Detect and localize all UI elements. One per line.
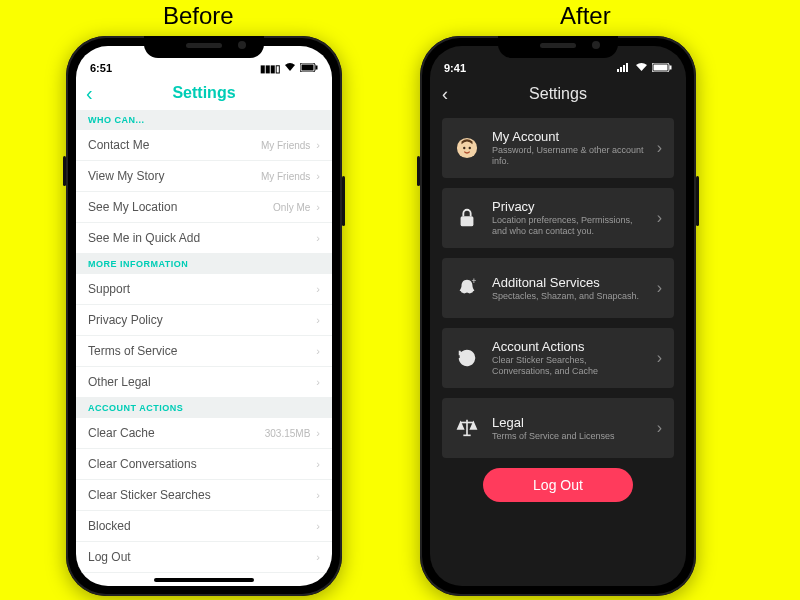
row-see-my-location[interactable]: See My Location Only Me ›: [76, 192, 332, 223]
section-header-who-can: WHO CAN...: [76, 110, 332, 130]
row-value: My Friends: [261, 140, 310, 151]
row-account-actions[interactable]: Account Actions Clear Sticker Searches, …: [442, 328, 674, 388]
row-value: My Friends: [261, 171, 310, 182]
history-icon: [454, 345, 480, 371]
row-privacy[interactable]: Privacy Location preferences, Permission…: [442, 188, 674, 248]
signal-icon: ▮▮▮▯: [260, 63, 280, 74]
row-label: Contact Me: [88, 138, 149, 152]
row-quick-add[interactable]: See Me in Quick Add ›: [76, 223, 332, 254]
status-time: 6:51: [90, 62, 112, 74]
chevron-right-icon: ›: [657, 279, 662, 297]
row-view-my-story[interactable]: View My Story My Friends ›: [76, 161, 332, 192]
row-additional-services[interactable]: + Additonal Services Spectacles, Shazam,…: [442, 258, 674, 318]
chevron-right-icon: ›: [316, 458, 320, 470]
row-label: See Me in Quick Add: [88, 231, 200, 245]
row-value: Only Me: [273, 202, 310, 213]
row-label: View My Story: [88, 169, 164, 183]
row-terms[interactable]: Terms of Service ›: [76, 336, 332, 367]
chevron-right-icon: ›: [316, 551, 320, 563]
svg-rect-2: [316, 65, 318, 69]
row-title: My Account: [492, 129, 645, 144]
section-header-more-info: MORE INFORMATION: [76, 254, 332, 274]
chevron-right-icon: ›: [316, 139, 320, 151]
row-label: Terms of Service: [88, 344, 177, 358]
row-clear-conversations[interactable]: Clear Conversations ›: [76, 449, 332, 480]
status-icons: ▮▮▮▯: [260, 62, 318, 74]
chevron-right-icon: ›: [316, 376, 320, 388]
row-legal[interactable]: Legal Terms of Service and Licenses ›: [442, 398, 674, 458]
row-clear-cache[interactable]: Clear Cache 303.15MB ›: [76, 418, 332, 449]
svg-rect-5: [623, 65, 625, 72]
chevron-right-icon: ›: [657, 419, 662, 437]
row-subtitle: Location preferences, Permissions, and w…: [492, 215, 645, 237]
chevron-right-icon: ›: [657, 209, 662, 227]
page-title: Settings: [529, 85, 587, 103]
signal-icon: [617, 63, 631, 74]
row-clear-stickers[interactable]: Clear Sticker Searches ›: [76, 480, 332, 511]
heading-before: Before: [163, 2, 234, 30]
svg-rect-6: [626, 63, 628, 72]
row-title: Legal: [492, 415, 645, 430]
status-icons: [617, 62, 672, 74]
chevron-right-icon: ›: [316, 345, 320, 357]
phone-after: 9:41 ‹ Settings: [420, 36, 696, 596]
row-subtitle: Terms of Service and Licenses: [492, 431, 645, 442]
row-title: Privacy: [492, 199, 645, 214]
row-label: Support: [88, 282, 130, 296]
row-subtitle: Clear Sticker Searches, Conversations, a…: [492, 355, 645, 377]
svg-rect-13: [461, 216, 474, 226]
row-privacy-policy[interactable]: Privacy Policy ›: [76, 305, 332, 336]
nav-bar: ‹ Settings: [430, 76, 686, 112]
chevron-right-icon: ›: [316, 283, 320, 295]
page-title: Settings: [172, 84, 235, 102]
lock-icon: [454, 205, 480, 231]
back-button[interactable]: ‹: [442, 84, 448, 105]
svg-point-11: [463, 147, 465, 149]
scales-icon: [454, 415, 480, 441]
svg-point-12: [469, 147, 471, 149]
status-time: 9:41: [444, 62, 466, 74]
row-subtitle: Spectacles, Shazam, and Snapcash.: [492, 291, 645, 302]
row-logout[interactable]: Log Out ›: [76, 542, 332, 573]
row-title: Account Actions: [492, 339, 645, 354]
nav-bar: ‹ Settings: [76, 76, 332, 110]
svg-rect-1: [302, 64, 314, 70]
logout-button[interactable]: Log Out: [483, 468, 633, 502]
row-my-account[interactable]: My Account Password, Username & other ac…: [442, 118, 674, 178]
back-button[interactable]: ‹: [86, 82, 93, 105]
row-label: Privacy Policy: [88, 313, 163, 327]
battery-icon: [652, 63, 672, 74]
row-label: Clear Conversations: [88, 457, 197, 471]
chevron-right-icon: ›: [316, 201, 320, 213]
chevron-right-icon: ›: [316, 427, 320, 439]
row-label: Log Out: [88, 550, 131, 564]
chevron-right-icon: ›: [657, 349, 662, 367]
svg-rect-3: [617, 69, 619, 72]
chevron-right-icon: ›: [316, 520, 320, 532]
chevron-right-icon: ›: [657, 139, 662, 157]
row-other-legal[interactable]: Other Legal ›: [76, 367, 332, 398]
row-label: Blocked: [88, 519, 131, 533]
ghost-plus-icon: +: [454, 275, 480, 301]
phone-before: 6:51 ▮▮▮▯ ‹ Settings WHO CAN... Contact …: [66, 36, 342, 596]
row-label: Clear Cache: [88, 426, 155, 440]
section-header-account-actions: ACCOUNT ACTIONS: [76, 398, 332, 418]
wifi-icon: [284, 62, 296, 74]
chevron-right-icon: ›: [316, 489, 320, 501]
svg-rect-9: [670, 65, 672, 69]
battery-icon: [300, 63, 318, 74]
avatar-icon: [454, 135, 480, 161]
wifi-icon: [635, 62, 648, 74]
row-contact-me[interactable]: Contact Me My Friends ›: [76, 130, 332, 161]
heading-after: After: [560, 2, 611, 30]
row-blocked[interactable]: Blocked ›: [76, 511, 332, 542]
svg-rect-4: [620, 67, 622, 72]
row-value: 303.15MB: [265, 428, 311, 439]
row-support[interactable]: Support ›: [76, 274, 332, 305]
svg-rect-8: [654, 64, 668, 70]
row-label: Other Legal: [88, 375, 151, 389]
home-indicator[interactable]: [154, 578, 254, 582]
row-label: Clear Sticker Searches: [88, 488, 211, 502]
row-label: See My Location: [88, 200, 177, 214]
chevron-right-icon: ›: [316, 314, 320, 326]
